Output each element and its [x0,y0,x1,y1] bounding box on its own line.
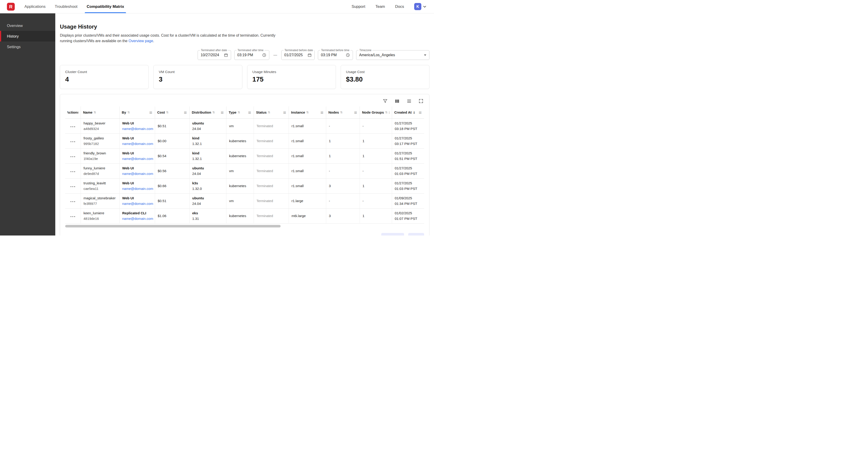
column-header-node-groups[interactable]: Node Groups⇅≡ [360,107,392,118]
creator-email-link[interactable]: name@domain.com [122,157,153,160]
column-menu-icon[interactable]: ≡ [220,110,224,115]
sidebar-item-history[interactable]: History [0,31,55,41]
creator-email-link[interactable]: name@domain.com [122,172,153,176]
distribution-version: 1.32.0 [192,186,223,192]
sort-icon[interactable]: ⇅ [212,111,215,114]
column-menu-icon[interactable]: ≡ [148,110,152,115]
nav-applications[interactable]: Applications [24,0,45,13]
previous-button[interactable]: Previous [381,233,404,236]
creator-email-link[interactable]: name@domain.com [122,187,153,190]
creator-email-link[interactable]: name@domain.com [122,142,153,146]
nav-docs[interactable]: Docs [395,4,404,9]
sort-icon[interactable]: ⇅ [385,111,388,114]
column-header-type[interactable]: Type⇅≡ [226,107,254,118]
terminated-before-date-field[interactable]: Terminated before date 01/27/2025 [281,50,315,60]
terminated-after-time-field[interactable]: Terminated after time 03:19 PM [234,50,269,60]
cluster-id: de9ed87d [84,171,117,177]
column-header-by[interactable]: By⇅≡ [119,107,155,118]
nav-support[interactable]: Support [351,4,365,9]
by-cell: Web UI name@domain.com [119,148,155,164]
sidebar-item-overview[interactable]: Overview [0,20,55,31]
distribution-name: kind [192,136,223,141]
row-actions-button[interactable] [68,155,78,158]
row-actions-button[interactable] [68,140,78,144]
clock-icon[interactable] [346,53,350,57]
distribution-name: ubuntu [192,166,223,171]
column-menu-icon[interactable]: ≡ [353,110,357,115]
description-period: . [153,39,154,43]
terminated-before-time-field[interactable]: Terminated before time 03:19 PM [318,50,353,60]
sort-icon[interactable]: ⇅ [268,111,270,114]
nodes-cell: 3 [326,208,360,223]
sort-icon[interactable]: ⇅ [166,111,168,114]
terminated-before-time-label: Terminated before time [320,49,350,52]
type-cell: vm [226,164,254,178]
column-menu-icon[interactable]: ≡ [388,110,389,115]
column-header-status[interactable]: Status⇅≡ [254,107,289,118]
pagination: Page[1]of 1 Previous Next [65,233,424,236]
sort-desc-icon[interactable]: ↓ [413,111,415,114]
overview-page-link[interactable]: Overview page [128,39,153,43]
instance-cell: r1.small [289,148,326,164]
row-actions-button[interactable] [68,215,78,218]
column-header-created-at[interactable]: Created At↓≡ [392,107,424,118]
calendar-icon[interactable] [224,53,228,57]
column-menu-icon[interactable]: ≡ [417,110,422,115]
column-menu-icon[interactable]: ≡ [282,110,286,115]
row-actions-button[interactable] [68,125,78,128]
column-header-name[interactable]: Name⇅ [81,107,119,118]
sort-icon[interactable]: ⇅ [127,111,130,114]
status-badge: Terminated [257,154,273,158]
row-actions-button[interactable] [68,200,78,203]
nav-troubleshoot[interactable]: Troubleshoot [55,0,78,13]
row-actions-button[interactable] [68,170,78,174]
row-actions-button[interactable] [68,185,78,188]
column-header-distribution[interactable]: Distribution⇅≡ [189,107,226,118]
column-menu-icon[interactable]: ≡ [319,110,323,115]
sort-icon[interactable]: ⇅ [340,111,343,114]
name-cell: trusting_leavitt cae5ea11 [81,178,119,193]
next-button[interactable]: Next [408,233,424,236]
distribution-name: ubuntu [192,120,223,126]
account-menu[interactable]: K [414,3,426,10]
column-header-instance[interactable]: Instance⇅≡ [289,107,326,118]
timezone-select[interactable]: Timezone America/Los_Angeles [356,50,429,60]
column-header-cost[interactable]: Cost⇅≡ [155,107,189,118]
replicated-logo[interactable]: R [7,3,15,10]
status-badge: Terminated [257,169,273,173]
actions-cell [65,193,81,208]
filter-button[interactable] [382,98,388,104]
terminated-before-date-label: Terminated before date [284,49,314,52]
terminated-after-date-field[interactable]: Terminated after date 10/27/2024 [198,50,231,60]
column-menu-icon[interactable]: ≡ [247,110,251,115]
nodes-cell: - [326,193,360,208]
distribution-version: 1.32.1 [192,156,223,161]
top-navigation: R Applications Troubleshoot Compatibilit… [0,0,434,13]
sort-icon[interactable]: ⇅ [94,111,96,114]
column-header-nodes[interactable]: Nodes⇅≡ [326,107,360,118]
scrollbar-thumb[interactable] [65,225,281,228]
density-button[interactable] [406,99,412,104]
created-time: 03:17 PM PST [395,141,422,147]
by-cell: Replicated CLI name@domain.com [119,208,155,223]
cluster-name: friendly_brown [84,150,117,156]
creator-email-link[interactable]: name@domain.com [122,127,153,131]
creator-email-link[interactable]: name@domain.com [122,202,153,206]
horizontal-scrollbar [65,225,424,228]
status-badge: Terminated [257,124,273,128]
nav-compatibility-matrix[interactable]: Compatibility Matrix [87,0,124,13]
nav-team[interactable]: Team [375,4,385,9]
fullscreen-button[interactable] [418,98,424,104]
sort-icon[interactable]: ⇅ [306,111,309,114]
columns-button[interactable] [394,99,400,104]
sort-icon[interactable]: ⇅ [238,111,240,114]
sidebar-item-settings[interactable]: Settings [0,41,55,52]
column-menu-icon[interactable]: ≡ [183,110,187,115]
calendar-icon[interactable] [308,53,312,57]
node-groups-cell: 1 [360,134,392,148]
clock-icon[interactable] [262,53,266,57]
table-row: magical_stonebraker fe3f8977 Web UI name… [65,193,424,208]
creator-email-link[interactable]: name@domain.com [122,216,153,220]
terminated-after-date-label: Terminated after date [200,49,228,52]
density-icon [407,99,411,103]
